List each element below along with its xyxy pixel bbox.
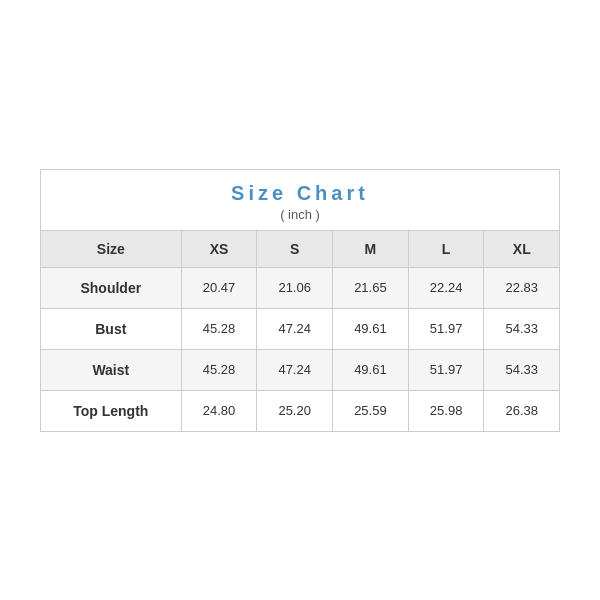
row-value: 51.97 <box>408 349 484 390</box>
row-value: 49.61 <box>333 349 409 390</box>
row-value: 25.98 <box>408 390 484 431</box>
row-value: 25.20 <box>257 390 333 431</box>
row-value: 21.06 <box>257 267 333 308</box>
table-row: Waist45.2847.2449.6151.9754.33 <box>41 349 559 390</box>
row-label: Shoulder <box>41 267 181 308</box>
row-value: 25.59 <box>333 390 409 431</box>
row-value: 47.24 <box>257 308 333 349</box>
row-value: 21.65 <box>333 267 409 308</box>
row-value: 20.47 <box>181 267 257 308</box>
table-row: Shoulder20.4721.0621.6522.2422.83 <box>41 267 559 308</box>
row-label: Waist <box>41 349 181 390</box>
row-value: 22.83 <box>484 267 559 308</box>
row-value: 51.97 <box>408 308 484 349</box>
row-value: 47.24 <box>257 349 333 390</box>
row-value: 54.33 <box>484 308 559 349</box>
column-header-xs: XS <box>181 231 257 268</box>
row-value: 45.28 <box>181 308 257 349</box>
row-value: 24.80 <box>181 390 257 431</box>
row-value: 49.61 <box>333 308 409 349</box>
column-header-m: M <box>333 231 409 268</box>
column-header-xl: XL <box>484 231 559 268</box>
table-body: Shoulder20.4721.0621.6522.2422.83Bust45.… <box>41 267 559 431</box>
column-header-size: Size <box>41 231 181 268</box>
row-value: 45.28 <box>181 349 257 390</box>
row-label: Bust <box>41 308 181 349</box>
column-header-s: S <box>257 231 333 268</box>
chart-header: Size Chart ( inch ) <box>41 170 559 231</box>
row-value: 26.38 <box>484 390 559 431</box>
row-label: Top Length <box>41 390 181 431</box>
table-row: Top Length24.8025.2025.5925.9826.38 <box>41 390 559 431</box>
size-table: SizeXSSMLXL Shoulder20.4721.0621.6522.24… <box>41 231 559 431</box>
row-value: 54.33 <box>484 349 559 390</box>
chart-title: Size Chart <box>49 182 551 205</box>
size-chart: Size Chart ( inch ) SizeXSSMLXL Shoulder… <box>40 169 560 432</box>
chart-subtitle: ( inch ) <box>49 207 551 222</box>
row-value: 22.24 <box>408 267 484 308</box>
table-header-row: SizeXSSMLXL <box>41 231 559 268</box>
column-header-l: L <box>408 231 484 268</box>
table-row: Bust45.2847.2449.6151.9754.33 <box>41 308 559 349</box>
